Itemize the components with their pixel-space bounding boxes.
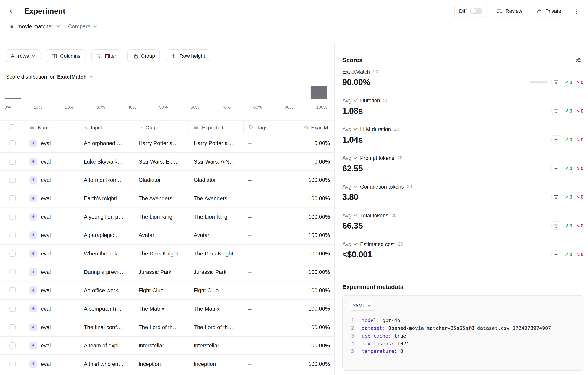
column-header-exactmatch[interactable]: % ExactM… bbox=[299, 121, 334, 134]
experiment-status-dot bbox=[10, 25, 13, 28]
percent-icon: % bbox=[304, 125, 308, 130]
aggregation-dropdown[interactable]: Avg bbox=[342, 155, 357, 161]
column-header-input[interactable]: ↘ Input bbox=[79, 121, 134, 134]
code-line: 4max_tokens:1024 bbox=[349, 340, 577, 348]
row-checkbox[interactable] bbox=[9, 343, 16, 349]
regressions-count[interactable]: ↘0 bbox=[576, 223, 583, 229]
table-row[interactable]: eval During a previ… Jurassic Park Juras… bbox=[0, 263, 334, 281]
column-header-tags[interactable]: Tags bbox=[244, 121, 299, 134]
aggregation-dropdown[interactable]: Avg bbox=[342, 97, 357, 104]
table-row[interactable]: eval A computer h… The Matrix The Matrix… bbox=[0, 300, 334, 318]
arrow-down-right-icon: ↘ bbox=[576, 166, 580, 171]
row-height-button[interactable]: Row height bbox=[166, 50, 210, 62]
diff-switch[interactable] bbox=[470, 8, 483, 14]
all-rows-dropdown[interactable]: All rows bbox=[6, 50, 41, 62]
filter-button[interactable]: Filter bbox=[91, 50, 121, 62]
regressions-count[interactable]: ↘0 bbox=[576, 252, 583, 257]
table-row[interactable]: eval Earth's mighti… The Avengers The Av… bbox=[0, 189, 334, 208]
scores-title: Scores bbox=[342, 57, 362, 64]
eval-icon bbox=[29, 250, 37, 257]
improvements-count[interactable]: ↗0 bbox=[565, 108, 572, 114]
scores-settings-button[interactable] bbox=[573, 56, 583, 65]
page-title: Experiment bbox=[24, 7, 65, 15]
metric-filter-button[interactable] bbox=[551, 78, 561, 86]
table-row[interactable]: eval When the Jok… The Dark Knight The D… bbox=[0, 245, 334, 263]
row-checkbox[interactable] bbox=[9, 177, 16, 183]
metric-filter-button[interactable] bbox=[551, 164, 561, 172]
table-row[interactable]: eval An office work… Fight Club Fight Cl… bbox=[0, 281, 334, 300]
review-button[interactable]: Review bbox=[492, 5, 527, 17]
metadata-box: YAML 1model:gpt-4o 2dataset:Opened-movie… bbox=[342, 295, 583, 371]
filter-icon bbox=[554, 224, 559, 228]
row-checkbox[interactable] bbox=[9, 287, 16, 293]
row-checkbox[interactable] bbox=[9, 361, 16, 367]
back-button[interactable] bbox=[6, 5, 18, 17]
group-button[interactable]: Group bbox=[127, 50, 160, 62]
column-header-name[interactable]: Name bbox=[25, 121, 79, 134]
row-checkbox[interactable] bbox=[9, 140, 16, 146]
arrow-up-right-icon: ↗ bbox=[565, 108, 569, 113]
aggregation-dropdown[interactable]: Avg bbox=[342, 212, 357, 219]
improvements-count[interactable]: ↗0 bbox=[565, 79, 572, 85]
column-header-output[interactable]: ↗ Output bbox=[134, 121, 189, 134]
experiment-selector[interactable]: movie matcher bbox=[17, 23, 60, 30]
select-all-checkbox[interactable] bbox=[9, 124, 16, 130]
table-row[interactable]: eval A thief who en… Inception Inception… bbox=[0, 355, 334, 373]
row-checkbox[interactable] bbox=[9, 232, 16, 238]
table-row[interactable]: eval An orphaned … Harry Potter a… Harry… bbox=[0, 134, 334, 153]
table-row[interactable]: eval Luke Skywalk… Star Wars: Epi… Star … bbox=[0, 153, 334, 171]
table-row[interactable]: eval A former Rom… Gladiator Gladiator –… bbox=[0, 171, 334, 189]
regressions-count[interactable]: ↘0 bbox=[576, 108, 583, 114]
metric-filter-button[interactable] bbox=[551, 193, 561, 201]
row-checkbox[interactable] bbox=[9, 324, 16, 330]
metadata-code: 1model:gpt-4o 2dataset:Opened-movie matc… bbox=[349, 317, 577, 355]
eval-icon bbox=[29, 213, 37, 220]
regressions-count[interactable]: ↘0 bbox=[576, 79, 583, 85]
histogram-axis: 0% 10% 20% 30% 40% 50% 60% 70% 80% 90% 1… bbox=[5, 105, 327, 109]
regressions-count[interactable]: ↘0 bbox=[576, 137, 583, 142]
score-progress-bar bbox=[529, 81, 548, 83]
table-row[interactable]: eval A young lion p… The Lion King The L… bbox=[0, 208, 334, 226]
eval-icon bbox=[29, 360, 37, 368]
table-row[interactable]: eval A paraplegic … Avatar Avatar – 100.… bbox=[0, 226, 334, 245]
table-row[interactable]: eval A team of expl… Interstellar Inters… bbox=[0, 336, 334, 355]
table-row[interactable]: eval The final conf… The Lord of th… The… bbox=[0, 318, 334, 337]
improvements-count[interactable]: ↗0 bbox=[565, 137, 572, 142]
row-checkbox[interactable] bbox=[9, 158, 16, 165]
row-checkbox[interactable] bbox=[9, 250, 16, 257]
diff-toggle[interactable]: Diff bbox=[454, 5, 487, 17]
improvements-count[interactable]: ↗0 bbox=[565, 223, 572, 229]
private-button[interactable]: Private bbox=[532, 5, 566, 17]
compare-selector[interactable]: Compare bbox=[68, 23, 97, 30]
columns-button[interactable]: Columns bbox=[47, 50, 85, 62]
metric-filter-button[interactable] bbox=[551, 135, 561, 144]
metric-total-tokens: Avg Total tokens 20 66.35 ↗0 ↘0 bbox=[342, 212, 583, 231]
row-checkbox[interactable] bbox=[9, 214, 16, 220]
row-checkbox[interactable] bbox=[9, 306, 16, 312]
row-checkbox[interactable] bbox=[9, 269, 16, 275]
metric-filter-button[interactable] bbox=[551, 221, 561, 230]
chevron-down-icon bbox=[89, 75, 93, 78]
metric-filter-button[interactable] bbox=[551, 106, 561, 115]
improvements-count[interactable]: ↗0 bbox=[565, 252, 572, 257]
aggregation-dropdown[interactable]: Avg bbox=[342, 241, 357, 247]
metadata-format-dropdown[interactable]: YAML bbox=[349, 301, 375, 311]
more-options-button[interactable]: ⋮ bbox=[571, 5, 582, 17]
aggregation-dropdown[interactable]: Avg bbox=[342, 126, 357, 132]
experiment-page: Experiment Diff Review Private ⋮ bbox=[0, 0, 588, 375]
improvements-count[interactable]: ↗0 bbox=[565, 194, 572, 200]
row-checkbox[interactable] bbox=[9, 195, 16, 201]
arrow-up-right-icon: ↗ bbox=[565, 194, 569, 200]
improvements-count[interactable]: ↗0 bbox=[565, 165, 572, 171]
arrow-down-right-icon: ↘ bbox=[576, 108, 580, 113]
chevron-down-icon bbox=[353, 186, 357, 188]
regressions-count[interactable]: ↘0 bbox=[576, 165, 583, 171]
score-distribution-selector[interactable]: Score distribution for ExactMatch bbox=[6, 74, 335, 80]
regressions-count[interactable]: ↘0 bbox=[576, 194, 583, 200]
column-header-expected[interactable]: Expected bbox=[189, 121, 244, 134]
aggregation-dropdown[interactable]: Avg bbox=[342, 184, 357, 190]
metric-value: 90.00% bbox=[342, 78, 378, 87]
eval-icon bbox=[29, 323, 37, 331]
eval-icon bbox=[29, 195, 37, 202]
metric-filter-button[interactable] bbox=[551, 250, 561, 259]
